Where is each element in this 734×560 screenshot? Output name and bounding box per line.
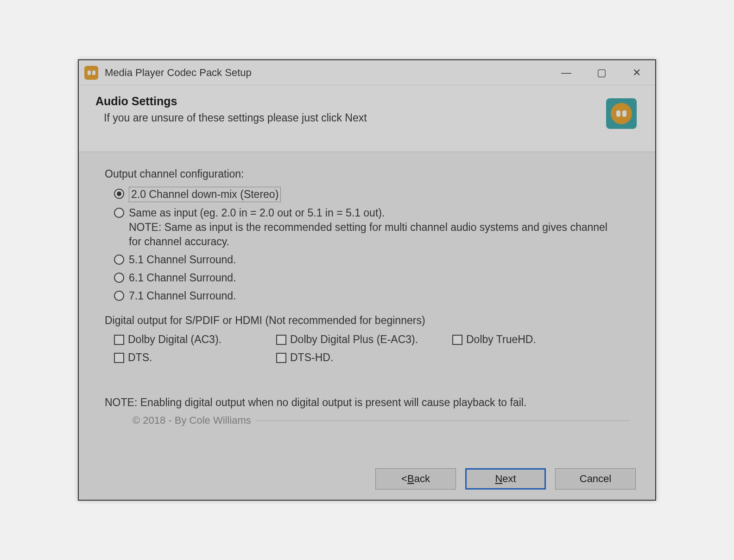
radio-option-71[interactable]: 7.1 Channel Surround. <box>114 289 629 303</box>
checkbox-label: Dolby Digital Plus (E-AC3). <box>290 333 418 346</box>
installer-window: Media Player Codec Pack Setup — ▢ ✕ Audi… <box>79 60 655 500</box>
page-subtitle: If you are unsure of these settings plea… <box>95 112 639 124</box>
divider-line <box>256 420 629 421</box>
copyright-line: © 2018 - By Cole Williams <box>105 414 629 426</box>
radio-option-same-as-input[interactable]: Same as input (eg. 2.0 in = 2.0 out or 5… <box>114 206 629 249</box>
checkbox-label: DTS-HD. <box>290 351 333 364</box>
radio-icon <box>114 273 124 283</box>
checkbox-label: DTS. <box>128 351 152 364</box>
output-config-label: Output channel configuration: <box>105 168 629 180</box>
cancel-button[interactable]: Cancel <box>555 468 636 490</box>
checkbox-label: Dolby TrueHD. <box>466 333 536 346</box>
radio-icon <box>114 189 124 199</box>
checkbox-dts[interactable]: DTS. <box>114 351 276 364</box>
radio-label: Same as input (eg. 2.0 in = 2.0 out or 5… <box>129 206 611 220</box>
digital-output-label: Digital output for S/PDIF or HDMI (Not r… <box>105 314 629 327</box>
page-title: Audio Settings <box>95 95 639 108</box>
radio-label: 5.1 Channel Surround. <box>129 253 236 267</box>
radio-option-51[interactable]: 5.1 Channel Surround. <box>114 253 629 267</box>
warning-note: NOTE: Enabling digital output when no di… <box>105 396 629 409</box>
radio-note: NOTE: Same as input is the recommended s… <box>129 220 611 249</box>
back-button[interactable]: < Back <box>375 468 456 490</box>
checkbox-icon <box>276 335 286 345</box>
radio-label: 6.1 Channel Surround. <box>129 271 236 285</box>
copyright-text: © 2018 - By Cole Williams <box>133 414 251 426</box>
titlebar: Media Player Codec Pack Setup — ▢ ✕ <box>79 60 655 85</box>
radio-label: 7.1 Channel Surround. <box>129 289 236 303</box>
checkbox-icon <box>114 335 124 345</box>
checkbox-icon <box>114 353 124 363</box>
checkbox-label: Dolby Digital (AC3). <box>128 333 221 346</box>
checkbox-dolby-eac3[interactable]: Dolby Digital Plus (E-AC3). <box>276 333 452 346</box>
checkbox-icon <box>276 353 286 363</box>
wizard-buttons: < Back Next Cancel <box>375 468 636 490</box>
output-radio-group: 2.0 Channel down-mix (Stereo) Same as in… <box>105 187 629 303</box>
radio-label: 2.0 Channel down-mix (Stereo) <box>129 187 281 202</box>
checkbox-icon <box>452 335 462 345</box>
content-area: Output channel configuration: 2.0 Channe… <box>79 152 655 431</box>
checkbox-dolby-ac3[interactable]: Dolby Digital (AC3). <box>114 333 276 346</box>
close-icon[interactable]: ✕ <box>628 67 645 79</box>
minimize-icon[interactable]: — <box>558 67 575 79</box>
radio-icon <box>114 255 124 265</box>
checkbox-dolby-truehd[interactable]: Dolby TrueHD. <box>452 333 573 346</box>
radio-icon <box>114 208 124 218</box>
radio-option-61[interactable]: 6.1 Channel Surround. <box>114 271 629 285</box>
maximize-icon[interactable]: ▢ <box>593 67 610 79</box>
next-button[interactable]: Next <box>465 468 546 490</box>
radio-option-stereo[interactable]: 2.0 Channel down-mix (Stereo) <box>114 187 629 202</box>
window-title: Media Player Codec Pack Setup <box>105 67 558 79</box>
product-icon <box>606 98 637 129</box>
app-icon <box>84 66 98 80</box>
header: Audio Settings If you are unsure of thes… <box>79 85 655 152</box>
radio-icon <box>114 291 124 301</box>
checkbox-dts-hd[interactable]: DTS-HD. <box>276 351 452 364</box>
